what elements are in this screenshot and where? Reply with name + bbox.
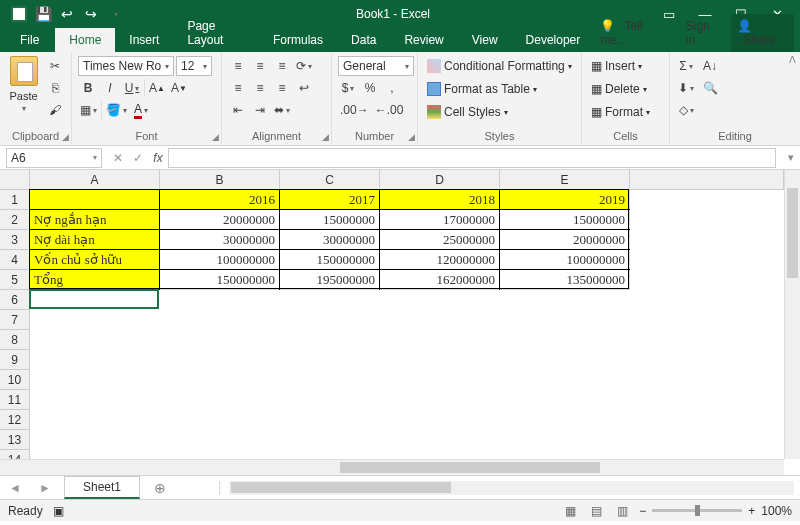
row-header[interactable]: 1 [0, 190, 29, 210]
tab-developer[interactable]: Developer [512, 28, 595, 52]
row-header[interactable]: 7 [0, 310, 29, 330]
cell[interactable] [30, 190, 160, 210]
underline-button[interactable]: U [122, 78, 142, 98]
font-launcher-icon[interactable]: ◢ [212, 132, 219, 142]
tab-home[interactable]: Home [55, 28, 115, 52]
sort-filter-icon[interactable]: A↓ [700, 56, 720, 76]
paste-button[interactable]: Paste ▾ [6, 56, 41, 129]
align-left-icon[interactable]: ≡ [228, 78, 248, 98]
cell[interactable]: 2017 [280, 190, 380, 210]
font-size-combo[interactable]: 12▾ [176, 56, 212, 76]
shrink-font-icon[interactable]: A▼ [169, 78, 189, 98]
redo-icon[interactable]: ↪ [80, 3, 102, 25]
name-box[interactable]: A6▾ [6, 148, 102, 168]
page-break-view-icon[interactable]: ▥ [613, 502, 631, 520]
fill-color-icon[interactable]: 🪣 [104, 100, 129, 120]
vertical-scrollbar[interactable] [784, 170, 800, 459]
merge-center-icon[interactable]: ⬌ [272, 100, 292, 120]
row-header[interactable]: 6 [0, 290, 29, 310]
orientation-icon[interactable]: ⟳ [294, 56, 314, 76]
borders-icon[interactable]: ▦ [78, 100, 99, 120]
col-header[interactable]: A [30, 170, 160, 189]
tell-me[interactable]: 💡 Tell me... [594, 14, 669, 52]
cell[interactable]: 17000000 [380, 210, 500, 230]
formula-input[interactable] [168, 148, 776, 168]
clear-icon[interactable]: ◇ [676, 100, 696, 120]
select-all-button[interactable] [0, 170, 30, 190]
cells-area[interactable]: 2016201720182019Nợ ngắn hạn2000000015000… [30, 190, 784, 459]
cell[interactable]: Nợ ngắn hạn [30, 210, 160, 230]
zoom-in-icon[interactable]: + [748, 504, 755, 518]
cell[interactable]: 100000000 [160, 250, 280, 270]
font-color-icon[interactable]: A [131, 100, 151, 120]
tab-insert[interactable]: Insert [115, 28, 173, 52]
zoom-out-icon[interactable]: − [639, 504, 646, 518]
increase-decimal-icon[interactable]: .00→ [338, 100, 371, 120]
find-select-icon[interactable]: 🔍 [700, 78, 720, 98]
row-header[interactable]: 8 [0, 330, 29, 350]
sheet-tab[interactable]: Sheet1 [64, 476, 140, 499]
save-icon[interactable]: 💾 [32, 3, 54, 25]
row-header[interactable]: 10 [0, 370, 29, 390]
align-top-icon[interactable]: ≡ [228, 56, 248, 76]
decrease-indent-icon[interactable]: ⇤ [228, 100, 248, 120]
row-header[interactable]: 4 [0, 250, 29, 270]
horizontal-scrollbar-grid[interactable] [0, 459, 784, 475]
number-format-combo[interactable]: General▾ [338, 56, 414, 76]
normal-view-icon[interactable]: ▦ [561, 502, 579, 520]
comma-icon[interactable]: , [382, 78, 402, 98]
cell[interactable]: 15000000 [500, 210, 630, 230]
sheet-nav-prev-icon[interactable]: ◄ [0, 481, 30, 495]
cell[interactable]: Vốn chủ sở hữu [30, 250, 160, 270]
align-right-icon[interactable]: ≡ [272, 78, 292, 98]
col-header[interactable]: B [160, 170, 280, 189]
tab-file[interactable]: File [4, 28, 55, 52]
insert-cells-button[interactable]: ▦ Insert ▾ [588, 56, 653, 76]
cell[interactable]: 2019 [500, 190, 630, 210]
col-header[interactable]: C [280, 170, 380, 189]
copy-icon[interactable]: ⎘ [45, 78, 65, 98]
sign-in[interactable]: Sign in [680, 14, 722, 52]
cancel-formula-icon[interactable]: ✕ [108, 151, 128, 165]
cell[interactable]: 20000000 [160, 210, 280, 230]
sheet-nav-next-icon[interactable]: ► [30, 481, 60, 495]
horizontal-scrollbar[interactable] [229, 481, 794, 495]
fill-icon[interactable]: ⬇ [676, 78, 696, 98]
col-header[interactable]: E [500, 170, 630, 189]
tab-data[interactable]: Data [337, 28, 390, 52]
bold-button[interactable]: B [78, 78, 98, 98]
tab-review[interactable]: Review [390, 28, 457, 52]
format-cells-button[interactable]: ▦ Format ▾ [588, 102, 653, 122]
collapse-ribbon-icon[interactable]: ᐱ [789, 54, 796, 65]
increase-indent-icon[interactable]: ⇥ [250, 100, 270, 120]
cell[interactable]: 162000000 [380, 270, 500, 290]
column-headers[interactable]: ABCDE [30, 170, 784, 190]
cell-styles-button[interactable]: Cell Styles ▾ [424, 102, 575, 122]
new-sheet-button[interactable]: ⊕ [144, 480, 176, 496]
cell[interactable]: 15000000 [280, 210, 380, 230]
zoom-slider[interactable] [652, 509, 742, 512]
expand-formula-bar-icon[interactable]: ▾ [782, 151, 800, 164]
cell[interactable]: 30000000 [160, 230, 280, 250]
align-bottom-icon[interactable]: ≡ [272, 56, 292, 76]
format-painter-icon[interactable]: 🖌 [45, 100, 65, 120]
tab-formulas[interactable]: Formulas [259, 28, 337, 52]
row-header[interactable]: 12 [0, 410, 29, 430]
cell[interactable]: 2016 [160, 190, 280, 210]
row-header[interactable]: 11 [0, 390, 29, 410]
fx-icon[interactable]: fx [148, 151, 168, 165]
cell[interactable]: 100000000 [500, 250, 630, 270]
row-header[interactable]: 2 [0, 210, 29, 230]
qat-customize-icon[interactable] [104, 3, 126, 25]
italic-button[interactable]: I [100, 78, 120, 98]
font-name-combo[interactable]: Times New Ro▾ [78, 56, 174, 76]
cell[interactable]: 150000000 [160, 270, 280, 290]
cell[interactable]: Tổng [30, 270, 160, 290]
grow-font-icon[interactable]: A▲ [147, 78, 167, 98]
cell[interactable]: 25000000 [380, 230, 500, 250]
row-header[interactable]: 3 [0, 230, 29, 250]
row-header[interactable]: 13 [0, 430, 29, 450]
cell[interactable]: 20000000 [500, 230, 630, 250]
number-launcher-icon[interactable]: ◢ [408, 132, 415, 142]
row-header[interactable]: 9 [0, 350, 29, 370]
